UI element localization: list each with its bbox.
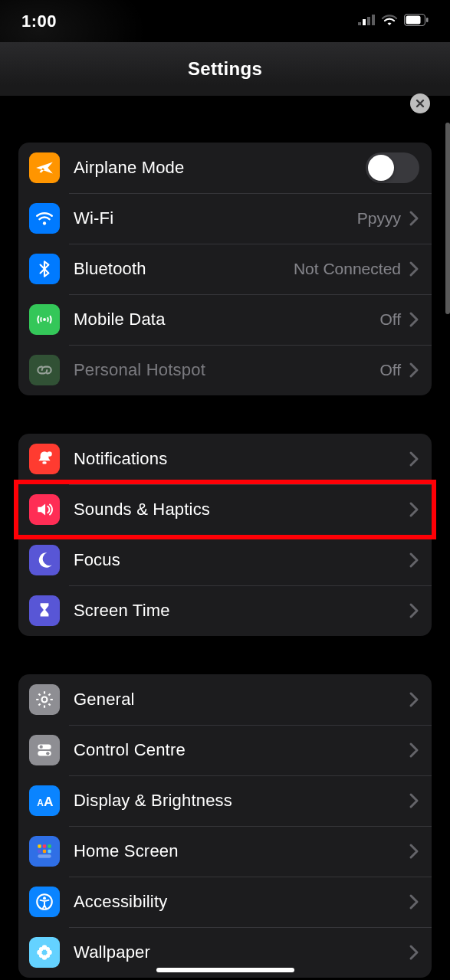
row-label: Wi-Fi (74, 208, 357, 228)
svg-rect-31 (48, 850, 51, 853)
group-general: General Control Centre AA Display & Brig… (18, 674, 432, 978)
chevron-right-icon (409, 602, 419, 619)
status-time: 1:00 (21, 11, 57, 31)
svg-text:A: A (37, 798, 44, 808)
row-display[interactable]: AA Display & Brightness (18, 775, 432, 826)
nav-title: Settings (188, 58, 262, 80)
accessibility-icon (29, 887, 60, 917)
row-detail: Not Connected (294, 260, 401, 278)
svg-rect-6 (426, 18, 429, 22)
chevron-right-icon (409, 691, 419, 708)
svg-line-19 (48, 693, 50, 695)
svg-point-8 (43, 318, 46, 321)
group-alerts: Notifications Sounds & Haptics Focus Scr… (18, 434, 432, 636)
row-focus[interactable]: Focus (18, 535, 432, 585)
svg-rect-26 (38, 844, 41, 847)
row-label: Accessibility (74, 892, 409, 912)
svg-rect-5 (406, 15, 421, 24)
svg-point-11 (42, 697, 48, 703)
svg-rect-0 (358, 22, 361, 25)
row-label: Notifications (74, 449, 409, 469)
row-detail: Ppyyy (357, 209, 401, 228)
svg-point-39 (39, 947, 43, 951)
gear-icon (29, 684, 60, 715)
close-icon (416, 99, 425, 108)
row-label: Screen Time (74, 601, 409, 621)
row-detail: Off (379, 310, 401, 329)
chevron-right-icon (409, 843, 419, 860)
wifi-status-icon (381, 14, 398, 29)
svg-line-17 (48, 703, 50, 705)
hourglass-icon (29, 595, 60, 626)
svg-rect-9 (42, 461, 46, 464)
row-sounds[interactable]: Sounds & Haptics (18, 484, 432, 535)
row-mobiledata[interactable]: Mobile Data Off (18, 294, 432, 345)
svg-point-42 (46, 954, 50, 958)
svg-line-16 (38, 693, 40, 695)
moon-icon (29, 545, 60, 575)
chevron-right-icon (409, 501, 419, 518)
row-airplane[interactable]: Airplane Mode (18, 143, 432, 193)
antenna-icon (29, 304, 60, 335)
svg-rect-27 (43, 844, 46, 847)
row-label: Display & Brightness (74, 791, 409, 811)
row-controlcentre[interactable]: Control Centre (18, 725, 432, 775)
group-connectivity: Airplane Mode Wi-Fi Ppyyy Bluetooth Not … (18, 143, 432, 395)
wifi-icon (29, 203, 60, 234)
svg-text:A: A (44, 794, 54, 809)
svg-point-10 (47, 451, 52, 457)
svg-point-34 (43, 896, 46, 900)
status-icons (358, 14, 429, 29)
row-label: Control Centre (74, 740, 409, 760)
row-accessibility[interactable]: Accessibility (18, 877, 432, 927)
cellular-icon (358, 15, 375, 28)
row-label: General (74, 690, 409, 710)
chevron-right-icon (409, 210, 419, 227)
svg-rect-29 (38, 850, 41, 853)
chevron-right-icon (409, 944, 419, 961)
row-general[interactable]: General (18, 674, 432, 725)
chevron-right-icon (409, 893, 419, 910)
svg-rect-28 (48, 844, 51, 847)
svg-point-40 (46, 947, 50, 951)
nav-bar: Settings (0, 42, 450, 96)
row-hotspot[interactable]: Personal Hotspot Off (18, 345, 432, 395)
svg-point-23 (46, 752, 49, 755)
row-wifi[interactable]: Wi-Fi Ppyyy (18, 193, 432, 244)
bell-icon (29, 444, 60, 474)
svg-rect-32 (38, 854, 51, 857)
airplane-switch[interactable] (366, 152, 419, 183)
chevron-right-icon (409, 362, 419, 379)
settings-list[interactable]: Airplane Mode Wi-Fi Ppyyy Bluetooth Not … (0, 107, 450, 980)
airplane-icon (29, 152, 60, 183)
row-label: Airplane Mode (74, 158, 366, 178)
row-detail: Off (379, 361, 401, 379)
chevron-right-icon (409, 261, 419, 277)
speaker-icon (29, 494, 60, 525)
svg-rect-1 (363, 19, 366, 25)
row-label: Bluetooth (74, 259, 294, 279)
svg-point-7 (43, 221, 46, 225)
svg-line-18 (38, 703, 40, 705)
svg-point-43 (42, 950, 46, 954)
home-indicator[interactable] (156, 968, 294, 972)
row-label: Home Screen (74, 841, 409, 861)
row-notifications[interactable]: Notifications (18, 434, 432, 484)
row-homescreen[interactable]: Home Screen (18, 826, 432, 877)
flower-icon (29, 937, 60, 968)
chevron-right-icon (409, 792, 419, 809)
close-button[interactable] (410, 93, 430, 113)
chevron-right-icon (409, 552, 419, 569)
row-screentime[interactable]: Screen Time (18, 585, 432, 636)
chevron-right-icon (409, 311, 419, 328)
svg-point-41 (39, 954, 43, 958)
scrollbar[interactable] (445, 123, 450, 314)
row-label: Sounds & Haptics (74, 500, 409, 519)
textsize-icon: AA (29, 785, 60, 816)
row-bluetooth[interactable]: Bluetooth Not Connected (18, 244, 432, 294)
svg-rect-30 (43, 850, 46, 853)
chevron-right-icon (409, 742, 419, 759)
status-bar: 1:00 (0, 0, 450, 42)
toggles-icon (29, 735, 60, 765)
svg-rect-2 (367, 17, 370, 25)
